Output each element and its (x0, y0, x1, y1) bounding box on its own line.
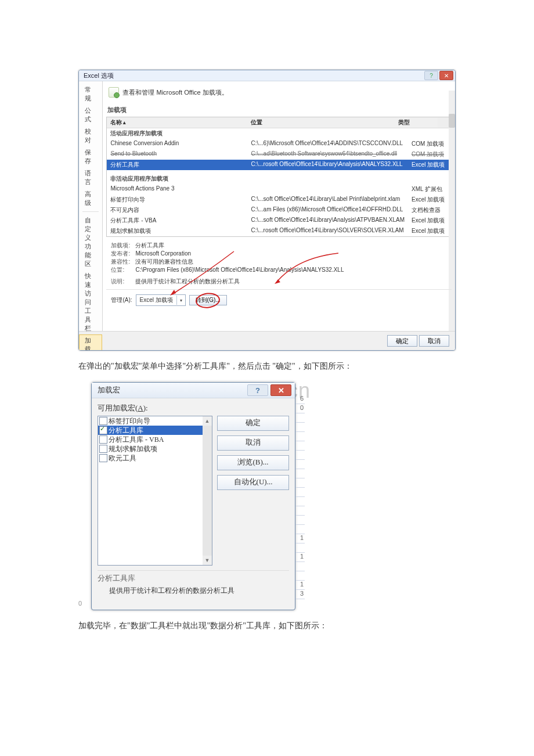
manage-combo[interactable]: Excel 加载项 ▾ (136, 294, 186, 306)
left-nav: 常规公式校对保存语言高级自定义功能区快速访问工具栏加载项信任中心 (79, 81, 103, 331)
checkbox[interactable] (99, 445, 107, 453)
checkbox[interactable] (99, 435, 107, 444)
automation-button[interactable]: 自动化(U)... (217, 475, 289, 490)
available-addins-label: 可用加载宏(A): (98, 403, 289, 413)
checkbox[interactable] (99, 454, 107, 462)
sidebar-item[interactable]: 保存 (79, 146, 102, 167)
sidebar-item[interactable]: 高级 (79, 188, 102, 209)
list-item[interactable]: 规划求解加载项 (98, 444, 212, 453)
chevron-down-icon: ▾ (176, 296, 185, 305)
sidebar-item[interactable]: 校对 (79, 125, 102, 146)
addins-dialog: 加载宏 ? ✕ 可用加载宏(A): 标签打印向导分析工具库分析工具库 - VBA… (91, 382, 295, 610)
table-row[interactable]: 规划求解加载项C:\...rosoft Office\Office14\Libr… (107, 226, 451, 236)
cancel-button[interactable]: 取消 (419, 335, 449, 347)
table-row[interactable]: Microsoft Actions Pane 3XML 扩展包 (107, 184, 451, 195)
section-title: 加载项 (107, 106, 452, 114)
dlg2-titlebar[interactable]: 加载宏 ? ✕ (92, 383, 295, 398)
close-icon[interactable]: ✕ (270, 384, 291, 396)
sidebar-item[interactable]: 自定义功能区 (79, 214, 102, 270)
table-row[interactable]: 不可见内容C:\...am Files (x86)\Microsoft Offi… (107, 205, 451, 215)
sheet-left-edge: 0 (78, 382, 85, 610)
table-row[interactable]: 标签打印向导C:\...soft Office\Office14\Library… (107, 195, 451, 205)
table-row[interactable]: Chinese Conversion AddinC:\...6)\Microso… (107, 139, 451, 149)
sidebar-item[interactable]: 语言 (79, 167, 102, 188)
goto-button[interactable]: 转到(G)... (189, 295, 227, 305)
pane-header-text: 查看和管理 Microsoft Office 加载项。 (122, 88, 228, 97)
list-item[interactable]: 欧元工具 (98, 453, 212, 463)
browse-button[interactable]: 浏览(B)... (217, 455, 289, 470)
table-row[interactable]: Send to BluetoothC:\...ad\Bluetooth Soft… (107, 149, 451, 160)
addin-table-header[interactable]: 名称▴ 位置 类型 (107, 117, 451, 128)
sidebar-item[interactable]: 公式 (79, 105, 102, 125)
scroll-up-icon[interactable]: ▲ (203, 416, 212, 426)
addin-detail: 加载项:分析工具库 发布者:Microsoft Corporation 兼容性:… (106, 240, 452, 290)
close-icon[interactable]: ✕ (439, 71, 453, 80)
cancel-button[interactable]: 取消 (217, 435, 289, 451)
sheet-right-edge: 601113 (295, 382, 305, 610)
scroll-down-icon[interactable]: ▼ (203, 556, 212, 565)
addin-icon (109, 87, 119, 98)
paragraph-2: 加载完毕，在"数据"工具栏中就出现"数据分析"工具库，如下图所示： (78, 620, 456, 632)
listbox-scrollbar[interactable]: ▲ ▼ (203, 416, 212, 565)
help-icon[interactable]: ? (247, 384, 268, 396)
paragraph-1: 在弹出的"加载宏"菜单中选择"分析工具库"，然后点击 "确定"，如下图所示： (78, 360, 456, 373)
manage-row: 管理(A): Excel 加载项 ▾ 转到(G)... (106, 290, 452, 307)
sidebar-item[interactable]: 加载项 (79, 334, 102, 351)
list-item[interactable]: 分析工具库 (98, 426, 212, 435)
excel-options-dialog: Excel 选项 ? ✕ 常规公式校对保存语言高级自定义功能区快速访问工具栏加载… (78, 70, 456, 351)
manage-label: 管理(A): (111, 296, 132, 304)
sidebar-item[interactable]: 常规 (79, 84, 102, 105)
dlg2-title: 加载宏 (98, 385, 120, 395)
list-item[interactable]: 标签打印向导 (98, 416, 212, 426)
help-icon[interactable]: ? (424, 71, 438, 80)
checkbox[interactable] (99, 426, 107, 434)
checkbox[interactable] (99, 417, 107, 425)
ok-button[interactable]: 确定 (387, 335, 417, 347)
ok-button[interactable]: 确定 (217, 416, 289, 431)
addins-listbox[interactable]: 标签打印向导分析工具库分析工具库 - VBA规划求解加载项欧元工具 ▲ ▼ (98, 416, 212, 566)
table-row[interactable]: 分析工具库C:\...rosoft Office\Office14\Librar… (107, 160, 451, 170)
scrollbar-thumb[interactable] (449, 117, 452, 128)
addin-info: 分析工具库 提供用于统计和工程分析的数据分析工具 (98, 570, 289, 604)
dlg1-title: Excel 选项 (84, 71, 114, 80)
list-item[interactable]: 分析工具库 - VBA (98, 435, 212, 444)
table-row[interactable]: 分析工具库 - VBAC:\...soft Office\Office14\Li… (107, 215, 451, 226)
dlg1-titlebar[interactable]: Excel 选项 ? ✕ (79, 70, 455, 81)
addin-table: 名称▴ 位置 类型 活动应用程序加载项Chinese Conversion Ad… (106, 117, 452, 237)
sidebar-item[interactable]: 快速访问工具栏 (79, 270, 102, 334)
